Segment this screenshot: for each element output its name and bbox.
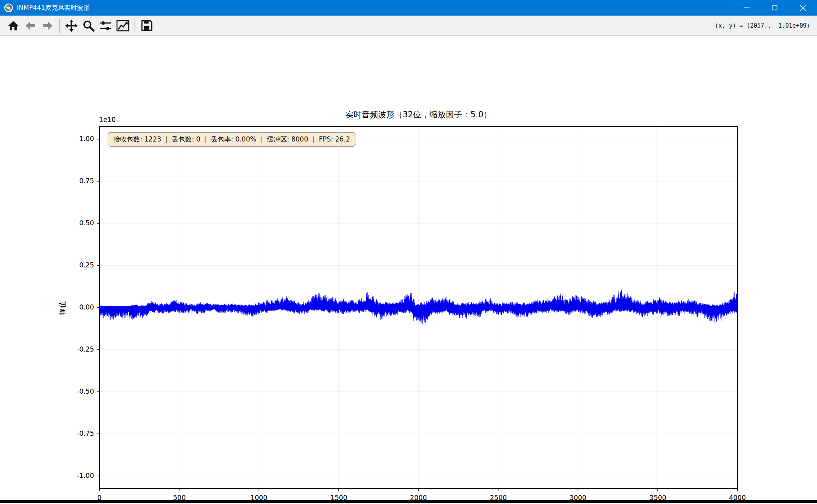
- cursor-coordinate-readout: (x, y) = (2057., -1.01e+09): [715, 22, 812, 29]
- pan-move-icon: [65, 19, 78, 32]
- y-tick-label: 1.00: [46, 135, 94, 143]
- toolbar-separator: [59, 19, 60, 33]
- floppy-save-icon: [141, 19, 153, 32]
- title-bar: INMP441麦克风实时波形: [0, 0, 817, 16]
- close-button[interactable]: [789, 0, 817, 16]
- chart-title: 实时音频波形（32位，缩放因子：5.0）: [345, 109, 491, 120]
- y-axis-offset-text: 1e10: [99, 116, 116, 124]
- navigation-toolbar: (x, y) = (2057., -1.01e+09): [0, 16, 817, 36]
- save-button[interactable]: [139, 18, 154, 34]
- y-tick-label: -1.00: [46, 472, 94, 479]
- y-tick-label: -0.50: [46, 387, 94, 395]
- maximize-icon: [772, 5, 778, 11]
- maximize-button[interactable]: [761, 0, 789, 16]
- figure-canvas: 实时音频波形（32位，缩放因子：5.0） 1e10 接收包数: 1223 ｜ 丢…: [0, 36, 817, 500]
- back-arrow-icon: [25, 20, 36, 32]
- minimize-button[interactable]: [733, 0, 761, 16]
- line-chart-arrow-icon: [116, 19, 129, 32]
- window-bottom-edge: [0, 500, 817, 503]
- matplotlib-logo-icon: [4, 4, 13, 12]
- minimize-icon: [744, 5, 750, 11]
- y-tick-label: 0.75: [46, 177, 94, 185]
- y-tick-label: 0.50: [46, 219, 94, 227]
- close-icon: [799, 4, 806, 11]
- magnifier-icon: [82, 19, 95, 32]
- app-window: INMP441麦克风实时波形: [0, 0, 817, 504]
- forward-button[interactable]: [40, 18, 55, 34]
- edit-axes-button[interactable]: [115, 18, 131, 34]
- pan-button[interactable]: [64, 18, 79, 34]
- y-tick-label: 0.25: [46, 261, 94, 269]
- y-tick-label: -0.25: [46, 345, 94, 353]
- home-icon: [7, 20, 19, 32]
- y-tick-label: 0.00: [46, 303, 94, 311]
- zoom-rect-button[interactable]: [81, 18, 96, 34]
- toolbar-separator: [135, 19, 135, 33]
- forward-arrow-icon: [42, 20, 53, 32]
- window-title: INMP441麦克风实时波形: [17, 4, 90, 12]
- window-controls: [733, 0, 817, 16]
- home-button[interactable]: [5, 18, 21, 34]
- waveform-plot-area[interactable]: [99, 127, 737, 488]
- back-button[interactable]: [23, 18, 38, 34]
- y-tick-label: -0.75: [46, 430, 94, 437]
- sliders-icon: [99, 19, 112, 32]
- configure-subplots-button[interactable]: [98, 18, 113, 34]
